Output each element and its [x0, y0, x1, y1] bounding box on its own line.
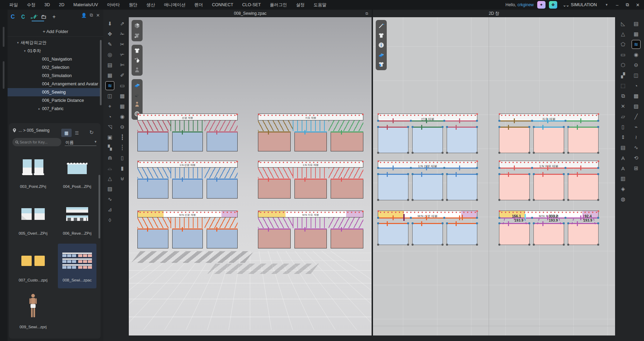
pattern-point[interactable]: [407, 126, 409, 128]
pattern-point[interactable]: [528, 244, 530, 246]
file-thumbnail[interactable]: 003_Point.ZPrj: [14, 150, 52, 195]
pattern-point[interactable]: [498, 120, 500, 122]
pattern-point[interactable]: [377, 222, 379, 224]
sewing-line[interactable]: [411, 168, 444, 169]
file-thumbnail[interactable]: 005_Overl...ZPrj: [14, 197, 52, 242]
show-pattern-book-icon[interactable]: [377, 51, 385, 59]
pattern-panel[interactable]: [294, 179, 327, 199]
pattern-point[interactable]: [567, 222, 569, 224]
buttonhole-icon[interactable]: ⊖: [118, 122, 127, 131]
zipper-icon[interactable]: ┇: [118, 133, 127, 142]
pattern-point[interactable]: [567, 152, 569, 154]
tree-item[interactable]: 003_Simulation: [8, 72, 100, 80]
sewing-line[interactable]: [378, 217, 411, 219]
pattern-panel[interactable]: [207, 228, 238, 248]
pattern-panel[interactable]: [172, 179, 203, 199]
breadcrumb[interactable]: ... > 005_Sewing: [19, 128, 50, 133]
pattern-point[interactable]: [412, 173, 414, 175]
pattern-point[interactable]: [446, 244, 448, 246]
pattern-point[interactable]: [443, 217, 445, 219]
pattern-panel[interactable]: [499, 174, 530, 200]
pattern-point[interactable]: [137, 114, 139, 115]
garment-fit-shirt-icon[interactable]: [133, 31, 141, 40]
pattern-panel[interactable]: [137, 228, 168, 248]
tree-item[interactable]: 005_Sewing: [8, 88, 100, 96]
pattern-point[interactable]: [476, 152, 478, 154]
polygon-icon[interactable]: ⬡: [619, 61, 627, 70]
sewing-line[interactable]: [565, 120, 599, 121]
file-thumbnail[interactable]: 009_Sewi...zprj: [14, 290, 52, 335]
outline-shape-icon[interactable]: ▱: [619, 112, 627, 121]
shirt-checker-icon[interactable]: ▦: [118, 102, 127, 111]
search-box[interactable]: [12, 138, 61, 146]
tree-item[interactable]: 002_Selection: [8, 63, 100, 72]
tree-item[interactable]: 004_Arrangement and Avatar: [8, 80, 100, 88]
pattern-point[interactable]: [533, 244, 535, 246]
shirt-needle-2-icon[interactable]: ✂: [118, 40, 127, 49]
pattern-point[interactable]: [597, 126, 599, 128]
pin-cylinder-icon[interactable]: ◎: [105, 50, 114, 59]
pattern-panel[interactable]: [533, 223, 564, 245]
shirt-needle-1-icon[interactable]: ✁: [118, 30, 127, 39]
pattern-point[interactable]: [499, 113, 500, 115]
gloves-icon[interactable]: ⋒: [105, 153, 114, 162]
pattern-panel[interactable]: [447, 223, 477, 245]
pattern-point[interactable]: [528, 199, 530, 201]
avatar-walk-icon[interactable]: ⇗: [118, 19, 127, 28]
pattern-point[interactable]: [564, 217, 567, 219]
pattern-panel[interactable]: [499, 223, 530, 245]
pattern-point[interactable]: [597, 152, 599, 154]
sewing-line[interactable]: [378, 120, 411, 121]
show-avatar-icon[interactable]: [133, 66, 141, 74]
show-garment-shirt-icon[interactable]: [377, 31, 385, 40]
tree-scrollbar[interactable]: [100, 40, 102, 105]
pattern-point[interactable]: [531, 120, 533, 122]
pattern-point[interactable]: [137, 211, 139, 212]
bind-cylinder-icon[interactable]: ▯: [619, 122, 627, 131]
pattern-panel[interactable]: [499, 127, 530, 153]
pattern-point[interactable]: [498, 217, 500, 219]
info-icon[interactable]: [377, 41, 385, 49]
shirt-needle-4-icon[interactable]: ✄: [118, 61, 127, 70]
fabric-roll-icon[interactable]: ▭: [118, 81, 127, 90]
pattern-point[interactable]: [476, 113, 478, 115]
menu-item[interactable]: 2D: [54, 0, 69, 10]
transform-pattern-icon[interactable]: ◺: [619, 19, 627, 28]
pattern-point[interactable]: [563, 173, 565, 175]
menu-item[interactable]: 플러그인: [266, 0, 292, 10]
pattern-point[interactable]: [377, 126, 379, 128]
pattern-mesh-icon[interactable]: [133, 90, 141, 99]
pattern-point[interactable]: [597, 167, 599, 169]
pattern-point[interactable]: [563, 244, 565, 246]
seam-ruler-icon[interactable]: ⇕: [619, 133, 627, 142]
tree-expander-icon[interactable]: ▾: [22, 49, 28, 53]
flip-pattern-icon[interactable]: ⟲: [632, 153, 641, 162]
pattern-panel[interactable]: [258, 131, 291, 151]
pattern-point[interactable]: [258, 161, 260, 162]
shirt-needle-5-icon[interactable]: ✐: [118, 71, 127, 80]
pattern-panel[interactable]: [258, 179, 291, 199]
pattern-panel[interactable]: [331, 228, 363, 248]
pattern-panel[interactable]: [207, 179, 238, 199]
move-icon[interactable]: ✥: [105, 30, 114, 39]
file-thumbnail[interactable]: 004_Posit...ZPrj: [58, 150, 96, 195]
pattern-point[interactable]: [377, 244, 379, 246]
pattern-point[interactable]: [528, 222, 530, 224]
pattern-point[interactable]: [476, 222, 478, 224]
pattern-point[interactable]: [598, 160, 599, 162]
edit-curvature-icon[interactable]: ⬠: [619, 40, 627, 49]
pattern-panel[interactable]: [412, 223, 443, 245]
collapsed-tab[interactable]: [3, 27, 4, 47]
clo-logo-icon[interactable]: C: [8, 12, 18, 21]
pattern-point[interactable]: [597, 173, 599, 175]
pattern-point[interactable]: [499, 210, 500, 212]
pattern-annotation-icon[interactable]: A: [619, 164, 627, 173]
menu-item[interactable]: 설정: [292, 0, 309, 10]
tree-item[interactable]: 001_Navigation: [8, 55, 100, 63]
pattern-point[interactable]: [377, 199, 379, 201]
pattern-point[interactable]: [407, 222, 409, 224]
menu-item[interactable]: 도움말: [309, 0, 331, 10]
roll-b-icon[interactable]: ▮: [118, 164, 127, 173]
basting-icon[interactable]: ⌁: [632, 122, 641, 131]
browser-scrollbar[interactable]: [98, 175, 100, 238]
